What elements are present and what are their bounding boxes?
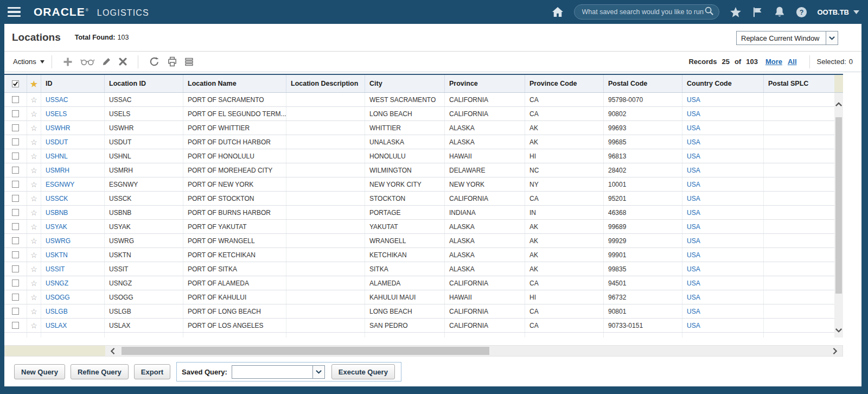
row-id-link[interactable]: USSCK [41,192,105,205]
user-menu[interactable]: OOTB.TB [818,8,860,16]
row-id-link[interactable]: USMRH [41,163,105,177]
horizontal-scroll-thumb[interactable] [122,347,489,355]
row-country-code-link[interactable]: USA [682,304,764,318]
scroll-right-icon[interactable] [827,346,843,356]
column-header-province-code[interactable]: Province Code [525,75,604,92]
row-checkbox[interactable] [4,206,27,219]
delete-record-button[interactable] [115,58,131,66]
column-header-location-description[interactable]: Location Description [286,75,365,92]
row-checkbox[interactable] [4,248,27,262]
row-country-code-link[interactable]: USA [682,220,764,233]
home-icon[interactable] [552,7,564,17]
row-id-link[interactable]: USHNL [41,149,105,163]
table-row[interactable]: ☆ USWHR USWHR PORT OF WHITTIER WHITTIER … [4,121,843,135]
table-row[interactable]: ☆ USELS USELS PORT OF EL SEGUNDO TERM...… [4,107,843,121]
notifications-bell-icon[interactable] [774,6,786,18]
column-header-country-code[interactable]: Country Code [682,75,764,92]
horizontal-scrollbar[interactable] [4,345,843,357]
search-icon[interactable] [704,6,714,18]
row-country-code-link[interactable]: USA [682,121,764,135]
row-checkbox[interactable] [4,290,27,304]
column-header-location-name[interactable]: Location Name [183,75,286,92]
column-header-postal-splc[interactable]: Postal SPLC [764,75,834,92]
edit-record-button[interactable] [98,57,115,66]
table-row[interactable]: ☆ USBNB USBNB PORT OF BURNS HARBOR PORTA… [4,206,843,220]
table-row[interactable]: ☆ USSCK USSCK PORT OF STOCKTON STOCKTON … [4,192,843,206]
table-row[interactable]: ☆ USLGB USLGB PORT OF LONG BEACH LONG BE… [4,304,843,319]
row-favorite-star-icon[interactable]: ☆ [27,135,41,149]
row-id-link[interactable]: USSIT [41,262,105,276]
row-id-link[interactable]: USBNB [41,206,105,219]
row-checkbox[interactable] [4,304,27,318]
all-link[interactable]: All [788,58,797,66]
table-row[interactable]: ☆ USMRH USMRH PORT OF MOREHEAD CITY WILM… [4,163,843,177]
scroll-left-icon[interactable] [105,346,120,356]
undo-refresh-button[interactable] [145,56,163,67]
row-checkbox[interactable] [4,262,27,276]
row-country-code-link[interactable]: USA [682,262,764,276]
row-id-link[interactable]: USDUT [41,135,105,149]
row-id-link[interactable]: USYAK [41,220,105,233]
row-country-code-link[interactable]: USA [682,93,764,106]
row-id-link[interactable]: USOGG [41,290,105,304]
row-checkbox[interactable] [4,319,27,332]
row-favorite-star-icon[interactable]: ☆ [27,276,41,290]
horizontal-scroll-track[interactable] [120,346,827,356]
row-favorite-star-icon[interactable]: ☆ [27,220,41,233]
refine-query-button[interactable]: Refine Query [71,364,129,379]
row-checkbox[interactable] [4,163,27,177]
row-country-code-link[interactable]: USA [682,107,764,120]
saved-query-select[interactable] [232,365,325,379]
actions-menu-button[interactable]: Actions [13,58,44,66]
view-record-button[interactable] [76,58,98,66]
row-country-code-link[interactable]: USA [682,135,764,149]
add-record-button[interactable] [59,57,76,67]
window-mode-dropdown-button[interactable] [826,31,838,45]
grid-view-button[interactable] [181,58,197,66]
flag-icon[interactable] [752,7,763,18]
table-row[interactable]: ☆ USNGZ USNGZ PORT OF ALAMEDA ALAMEDA CA… [4,276,843,290]
saved-query-dropdown-button[interactable] [312,366,324,378]
table-row[interactable]: ☆ USLAX USLAX PORT OF LOS ANGELES SAN PE… [4,319,843,333]
row-id-link[interactable]: USSAC [41,93,105,106]
table-row[interactable]: ☆ USYAK USYAK PORT OF YAKUTAT YAKUTAT AL… [4,220,843,234]
row-country-code-link[interactable]: USA [682,149,764,163]
help-icon[interactable]: ? [796,7,807,18]
row-id-link[interactable]: USLGB [41,304,105,318]
row-checkbox[interactable] [4,107,27,120]
row-favorite-star-icon[interactable]: ☆ [27,304,41,318]
scroll-down-icon[interactable] [834,327,843,333]
table-row[interactable]: ☆ ESGNWY ESGNWY PORT OF NEW YORK NEW YOR… [4,177,843,192]
table-row[interactable]: ☆ USOGG USOGG PORT OF KAHULUI KAHULUI MA… [4,290,843,304]
vertical-scroll-thumb[interactable] [835,117,842,294]
table-row[interactable]: ☆ USSAC USSAC PORT OF SACRAMENTO WEST SA… [4,93,843,107]
row-country-code-link[interactable]: USA [682,206,764,219]
row-checkbox[interactable] [4,220,27,233]
print-button[interactable] [163,56,181,67]
column-header-province[interactable]: Province [445,75,525,92]
row-favorite-star-icon[interactable]: ☆ [27,248,41,262]
table-row[interactable]: ☆ USHNL USHNL PORT OF HONOLULU HONOLULU … [4,149,843,163]
window-mode-select[interactable]: Replace Current Window [736,31,838,45]
more-link[interactable]: More [765,58,782,66]
row-country-code-link[interactable]: USA [682,234,764,247]
select-all-checkbox[interactable] [4,75,27,92]
column-header-id[interactable]: ID [41,75,105,92]
row-favorite-star-icon[interactable]: ☆ [27,206,41,219]
saved-search-input[interactable]: What saved search would you like to run? [574,4,719,20]
row-checkbox[interactable] [4,93,27,106]
favorites-star-icon[interactable] [730,7,742,18]
row-id-link[interactable]: USWRG [41,234,105,247]
column-header-location-id[interactable]: Location ID [105,75,183,92]
favorite-column-star-icon[interactable]: ★ [27,75,41,92]
row-country-code-link[interactable]: USA [682,192,764,205]
row-country-code-link[interactable]: USA [682,276,764,290]
row-favorite-star-icon[interactable]: ☆ [27,121,41,135]
row-favorite-star-icon[interactable]: ☆ [27,93,41,106]
menu-icon[interactable] [8,7,21,17]
row-favorite-star-icon[interactable]: ☆ [27,192,41,205]
row-favorite-star-icon[interactable]: ☆ [27,262,41,276]
row-favorite-star-icon[interactable]: ☆ [27,163,41,177]
column-header-postal-code[interactable]: Postal Code [604,75,682,92]
row-country-code-link[interactable]: USA [682,163,764,177]
